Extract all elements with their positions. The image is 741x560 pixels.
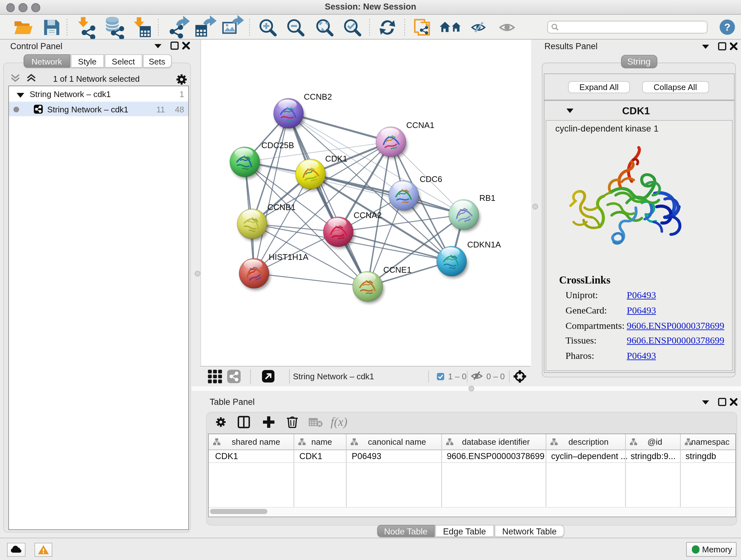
svg-text:?: ? [724,21,731,33]
svg-text:f(x): f(x) [331,415,347,429]
svg-text:CDK1: CDK1 [299,451,322,461]
svg-text:CCNB2: CCNB2 [304,92,332,102]
svg-text:namespac: namespac [691,437,730,447]
svg-text:stringdb: stringdb [685,451,716,461]
svg-text:CCNB1: CCNB1 [267,202,295,212]
svg-text:9606.ENSP00000378699: 9606.ENSP00000378699 [447,451,544,461]
svg-text:CCNA2: CCNA2 [354,210,382,220]
svg-text:stringdb:9...: stringdb:9... [630,451,676,461]
svg-text:String Network – cdk1: String Network – cdk1 [293,372,374,381]
svg-text:CDK1: CDK1 [325,154,347,164]
svg-text:canonical name: canonical name [368,437,426,447]
svg-text:CDK1: CDK1 [215,451,238,461]
svg-text:CDC25B: CDC25B [261,140,294,150]
svg-text:description: description [568,437,609,447]
svg-text:@id: @id [648,437,663,447]
svg-text:shared name: shared name [232,437,280,447]
svg-text:1 – 0: 1 – 0 [448,372,467,381]
svg-text:RB1: RB1 [479,193,495,203]
svg-text:0 – 0: 0 – 0 [486,372,505,381]
svg-text:database identifier: database identifier [462,437,530,447]
svg-text:name: name [311,437,332,447]
svg-text:P06493: P06493 [352,451,381,461]
svg-text:CDC6: CDC6 [420,174,442,184]
svg-text:CCNA1: CCNA1 [406,120,434,130]
svg-text:HIST1H1A: HIST1H1A [269,252,309,262]
svg-text:cyclin–dependent ...: cyclin–dependent ... [551,451,628,461]
svg-text:CCNE1: CCNE1 [383,265,411,274]
svg-text:CDKN1A: CDKN1A [467,240,501,249]
